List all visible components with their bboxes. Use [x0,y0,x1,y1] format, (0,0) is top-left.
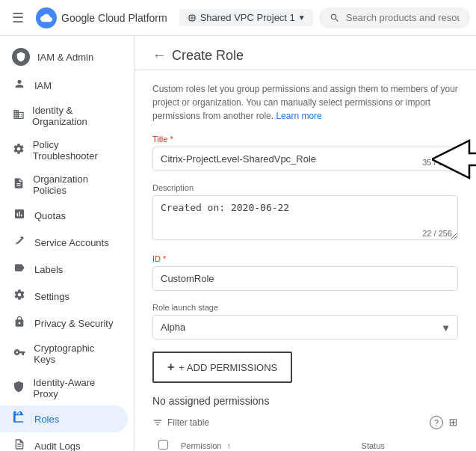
learn-more-link[interactable]: Learn more [276,111,321,121]
title-input-wrapper: 35 / 100 [152,147,458,171]
title-input[interactable] [152,147,458,171]
id-label: ID * [152,254,458,263]
id-input[interactable] [152,266,458,291]
help-icon[interactable]: ? [430,416,443,429]
project-name: Shared VPC Project 1 [200,12,295,23]
policy-troubleshooter-icon [12,143,25,158]
main-body: Custom roles let you group permissions a… [135,70,476,451]
sidebar-item-roles-label: Roles [34,414,59,425]
sidebar: IAM & Admin IAM Identity & Organization … [0,36,135,451]
menu-icon[interactable]: ☰ [6,4,30,32]
sidebar-item-policy-troubleshooter[interactable]: Policy Troubleshooter [0,133,128,168]
sidebar-item-privacy-security-label: Privacy & Security [34,318,113,329]
select-all-checkbox[interactable] [158,440,168,450]
permissions-table: Permission ↑ Status No rows to display [152,435,458,451]
sidebar-item-labels[interactable]: Labels [0,256,128,283]
sidebar-item-identity-org-label: Identity & Organization [32,105,116,127]
sidebar-item-settings-label: Settings [34,291,69,302]
table-toolbar: Filter table ? ⊞ [152,416,458,429]
iam-icon [12,78,27,93]
sort-icon[interactable]: ↑ [226,441,231,450]
table-header: Permission ↑ Status [152,435,458,451]
sidebar-item-roles[interactable]: Roles [0,405,128,432]
back-button[interactable]: ← [152,48,166,64]
identity-org-icon [12,108,25,123]
description-char-count: 22 / 256 [422,229,452,238]
title-label: Title * [152,135,458,144]
sidebar-item-policy-troubleshooter-label: Policy Troubleshooter [33,139,116,162]
layout: IAM & Admin IAM Identity & Organization … [0,36,476,451]
cryptographic-keys-icon [12,346,26,361]
sidebar-item-identity-aware-proxy[interactable]: Identity-Aware Proxy [0,371,128,405]
filter-table-label: Filter table [167,417,209,428]
sidebar-header-label: IAM & Admin [37,52,93,63]
search-input[interactable] [346,12,460,23]
sidebar-item-labels-label: Labels [34,264,63,275]
sidebar-item-quotas-label: Quotas [34,210,66,221]
add-permissions-button[interactable]: + + ADD PERMISSIONS [152,352,292,383]
role-launch-stage-select[interactable]: Alpha Beta General Availability Disabled [152,315,458,340]
permissions-section-title: No assigned permissions [152,395,458,407]
labels-icon [12,262,27,277]
service-accounts-icon [12,235,27,250]
description-label: Description [152,183,458,192]
status-col-header: Status [356,435,458,451]
select-all-col [152,435,175,451]
search-icon [330,12,340,24]
project-dropdown-icon: ▼ [298,13,306,22]
org-policies-icon [12,177,25,192]
sidebar-item-org-policies-label: Organization Policies [33,174,116,196]
sidebar-item-settings[interactable]: Settings [0,283,128,310]
title-form-group: Title * 35 / 100 [152,135,458,171]
settings-icon [12,289,27,304]
sidebar-item-org-policies[interactable]: Organization Policies [0,168,128,202]
cloud-icon [36,7,57,28]
sidebar-item-audit-logs-label: Audit Logs [34,441,80,452]
main-content: ← Create Role Custom roles let you group… [135,36,476,451]
add-permissions-label: + ADD PERMISSIONS [179,362,277,373]
iam-admin-icon [12,48,30,66]
sidebar-item-identity-org[interactable]: Identity & Organization [0,99,128,133]
role-launch-stage-label: Role launch stage [152,303,458,312]
quotas-icon [12,208,27,223]
filter-table-container: Filter table [152,417,424,428]
roles-icon [12,411,27,426]
project-selector[interactable]: Shared VPC Project 1 ▼ [179,9,313,26]
sidebar-item-cryptographic-keys-label: Cryptographic Keys [34,343,116,365]
permissions-section: No assigned permissions Filter table ? ⊞ [152,395,458,451]
sidebar-item-cryptographic-keys[interactable]: Cryptographic Keys [0,337,128,371]
add-permissions-plus-icon: + [167,361,174,374]
page-title: Create Role [172,48,244,64]
filter-icon [152,417,163,428]
id-form-group: ID * [152,254,458,291]
identity-aware-proxy-icon [12,381,25,396]
table-icons: ? ⊞ [430,416,458,429]
sidebar-item-privacy-security[interactable]: Privacy & Security [0,310,128,337]
title-field-container: 35 / 100 [152,147,458,171]
description-input-wrapper: Created on: 2020-06-22 22 / 256 [152,195,458,242]
sidebar-item-service-accounts[interactable]: Service Accounts [0,229,128,256]
sidebar-item-quotas[interactable]: Quotas [0,202,128,229]
info-text: Custom roles let you group permissions a… [152,82,458,123]
role-launch-stage-wrapper: Alpha Beta General Availability Disabled… [152,315,458,340]
description-form-group: Description Created on: 2020-06-22 22 / … [152,183,458,242]
privacy-security-icon [12,316,27,331]
title-char-count: 35 / 100 [422,158,452,167]
sidebar-item-iam[interactable]: IAM [0,72,128,99]
sidebar-item-audit-logs[interactable]: Audit Logs [0,432,128,451]
app-title: Google Cloud Platform [61,12,167,24]
sidebar-item-service-accounts-label: Service Accounts [34,237,109,248]
sidebar-item-identity-aware-proxy-label: Identity-Aware Proxy [33,377,116,399]
search-bar[interactable] [319,7,470,28]
topbar-logo: Google Cloud Platform [36,7,167,28]
sidebar-header: IAM & Admin [0,36,134,72]
topbar: ☰ Google Cloud Platform Shared VPC Proje… [0,0,476,36]
audit-logs-icon [12,438,27,451]
role-launch-stage-form-group: Role launch stage Alpha Beta General Ava… [152,303,458,340]
columns-icon[interactable]: ⊞ [448,418,460,427]
sidebar-item-iam-label: IAM [34,80,52,91]
permission-col-header: Permission ↑ [175,435,356,451]
main-header: ← Create Role [135,36,476,70]
description-input[interactable]: Created on: 2020-06-22 [152,195,458,240]
